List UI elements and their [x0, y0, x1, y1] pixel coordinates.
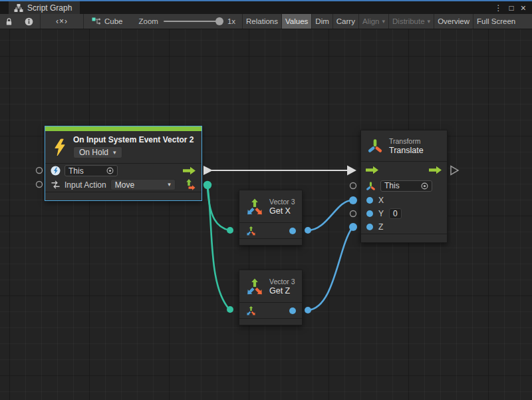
- graph-reference-icon: [92, 17, 101, 25]
- getx-category: Vector 3: [269, 198, 295, 206]
- caret-down-icon: ▾: [113, 150, 116, 156]
- translate-this-input-port[interactable]: [350, 183, 356, 189]
- target-picker-icon[interactable]: [421, 182, 428, 190]
- event-node-title: On Input System Event Vector 2: [73, 135, 194, 144]
- zoom-slider[interactable]: [164, 21, 222, 22]
- tab-title: Script Graph: [27, 3, 72, 13]
- toolbar-divider: [83, 14, 84, 29]
- translate-this-value: This: [384, 181, 400, 190]
- wire-vector2-to-getx[interactable]: [207, 185, 229, 230]
- caret-down-icon: ▾: [168, 182, 171, 188]
- y-value-input[interactable]: 0: [389, 208, 402, 219]
- flow-out-arrow-icon[interactable]: [429, 166, 442, 174]
- vector3-icon: [245, 196, 265, 216]
- z-port-label: Z: [378, 222, 383, 232]
- translate-z-input-port[interactable]: [349, 223, 357, 231]
- graph-canvas[interactable]: On Input System Event Vector 2 On Hold ▾…: [0, 29, 532, 400]
- relations-button[interactable]: Relations: [243, 14, 281, 29]
- caret-down-icon: ▾: [428, 19, 431, 25]
- getx-title: Get X: [269, 206, 295, 216]
- getz-output-wire-dot[interactable]: [305, 307, 311, 313]
- lock-button[interactable]: [0, 14, 17, 29]
- translate-category: Transform: [389, 137, 424, 145]
- input-action-icon: [51, 180, 61, 189]
- node-transform-translate[interactable]: Transform Translate This: [360, 130, 448, 243]
- dim-button[interactable]: Dim: [312, 14, 332, 29]
- graph-reference[interactable]: Cube: [92, 17, 123, 25]
- maximize-icon[interactable]: □: [509, 4, 514, 12]
- input-action-dropdown[interactable]: Move ▾: [110, 179, 176, 190]
- values-button[interactable]: Values: [282, 14, 311, 29]
- graph-tree-icon: [14, 3, 23, 13]
- fullscreen-button[interactable]: Full Screen: [473, 14, 519, 29]
- lock-icon: [5, 17, 13, 26]
- event-this-input-port[interactable]: [37, 182, 43, 188]
- overview-button[interactable]: Overview: [434, 14, 473, 29]
- graph-name: Cube: [104, 17, 123, 25]
- z-port-dot[interactable]: [366, 224, 373, 230]
- transform-mini-icon: [366, 181, 376, 191]
- info-button[interactable]: [17, 14, 40, 29]
- edit-script-button[interactable]: ‹×›: [41, 14, 83, 29]
- align-button[interactable]: Align ▾: [359, 14, 388, 29]
- getx-output-wire-dot[interactable]: [305, 227, 311, 234]
- getz-output-port-dot[interactable]: [289, 307, 296, 314]
- target-picker-icon[interactable]: [106, 167, 114, 174]
- event-mode-dropdown[interactable]: On Hold ▾: [73, 146, 122, 158]
- node-vector3-get-z[interactable]: Vector 3 Get Z: [239, 270, 303, 325]
- vector3-icon: [245, 276, 265, 296]
- vector3-mini-icon[interactable]: [245, 225, 257, 236]
- x-port-dot[interactable]: [366, 197, 373, 204]
- translate-flow-output-port[interactable]: [451, 166, 458, 175]
- getz-input-wire-dot[interactable]: [227, 306, 233, 313]
- translate-title: Translate: [389, 146, 424, 155]
- event-header-strip: [45, 126, 201, 131]
- tab-script-graph[interactable]: Script Graph: [9, 1, 80, 14]
- input-action-value: Move: [115, 180, 134, 190]
- code-icon: ‹×›: [56, 17, 68, 26]
- translate-x-input-port[interactable]: [349, 196, 357, 204]
- zoom-slider-handle[interactable]: [215, 17, 223, 25]
- distribute-button[interactable]: Distribute ▾: [389, 14, 434, 29]
- translate-y-input-port[interactable]: [350, 211, 356, 217]
- zoom-label: Zoom: [139, 17, 158, 25]
- transform-icon: [367, 138, 383, 154]
- vector2-type-icon[interactable]: [185, 179, 196, 190]
- flow-arrow-icon[interactable]: [183, 166, 196, 175]
- event-vector2-output-port[interactable]: [203, 181, 211, 189]
- flow-wire-end-arrow[interactable]: [347, 166, 356, 176]
- flow-wire-start-arrow[interactable]: [203, 166, 213, 175]
- event-this-value: This: [68, 166, 84, 176]
- close-icon[interactable]: ×: [521, 3, 526, 13]
- carry-button[interactable]: Carry: [333, 14, 358, 29]
- vector3-mini-icon[interactable]: [245, 305, 257, 316]
- wire-getx-to-translate-x[interactable]: [308, 200, 352, 230]
- flow-in-arrow-icon[interactable]: [366, 166, 379, 174]
- window-titlebar: Script Graph ⋮ □ ×: [0, 0, 532, 14]
- align-label: Align: [362, 17, 380, 25]
- event-mode-value: On Hold: [79, 148, 108, 157]
- node-vector3-get-x[interactable]: Vector 3 Get X: [239, 190, 303, 246]
- info-icon: [25, 17, 33, 26]
- window-menu-icon[interactable]: ⋮: [495, 4, 503, 12]
- y-port-label: Y: [378, 209, 384, 218]
- gameobject-event-icon: [51, 166, 61, 176]
- node-on-input-system-event[interactable]: On Input System Event Vector 2 On Hold ▾…: [45, 126, 202, 201]
- getx-input-wire-dot[interactable]: [227, 227, 233, 234]
- x-port-label: X: [378, 196, 384, 205]
- graph-toolbar: ‹×› Cube Zoom 1x Relations Values Dim Ca…: [0, 14, 532, 29]
- y-port-dot[interactable]: [366, 210, 373, 217]
- input-action-label: Input Action: [65, 180, 106, 190]
- getx-output-port-dot[interactable]: [289, 228, 296, 234]
- event-flow-input-port[interactable]: [37, 168, 43, 174]
- event-this-field[interactable]: This: [65, 165, 118, 176]
- getz-category: Vector 3: [269, 278, 295, 286]
- translate-node-footer: [361, 234, 447, 242]
- wire-getz-to-translate-z[interactable]: [308, 228, 352, 310]
- distribute-label: Distribute: [392, 17, 425, 25]
- lightning-bolt-icon: [53, 138, 66, 156]
- wire-vector2-to-getz[interactable]: [207, 185, 229, 309]
- event-node-footer: [45, 192, 201, 200]
- translate-this-field[interactable]: This: [380, 180, 432, 192]
- caret-down-icon: ▾: [382, 19, 385, 25]
